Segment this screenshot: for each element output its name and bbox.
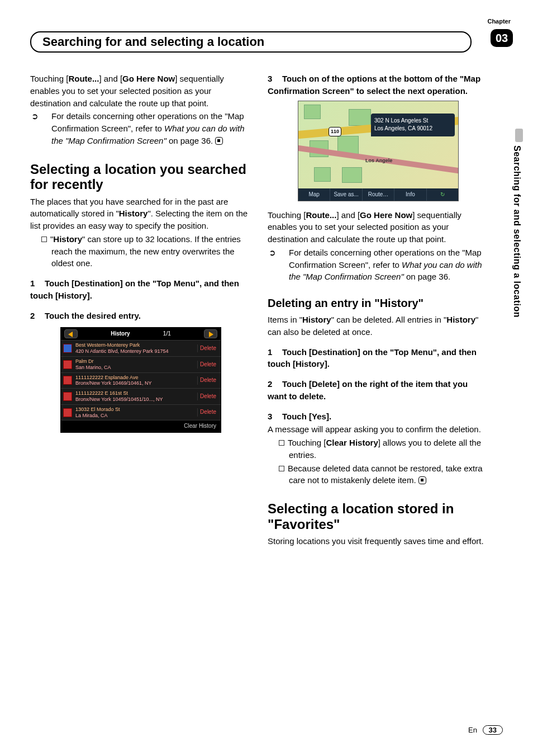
hotel-icon xyxy=(63,344,72,353)
history-description: The places that you have searched for in… xyxy=(30,196,251,232)
delete-button[interactable]: Delete xyxy=(197,376,218,385)
route-shield: 110 xyxy=(329,127,341,136)
history-row[interactable]: 1111122222 Esplanade AveBronx/New York 1… xyxy=(61,372,221,389)
left-column: Touching [Route...] and [Go Here Now] se… xyxy=(30,73,251,549)
flag-icon xyxy=(63,360,72,369)
favorites-description: Storing locations you visit frequently s… xyxy=(268,535,488,547)
map-btn-info[interactable]: Info xyxy=(394,188,426,201)
map-btn-saveas[interactable]: Save as... xyxy=(330,188,362,201)
city-label: Los Angele xyxy=(365,157,392,164)
note-box-icon xyxy=(279,466,284,471)
side-tab: Searching for and selecting a location xyxy=(512,129,526,486)
page-title: Searching for and selecting a location xyxy=(42,35,459,49)
delete-button[interactable]: Delete xyxy=(197,408,218,417)
delete-button[interactable]: Delete xyxy=(197,393,218,401)
section-heading-favorites: Selecting a location stored in "Favorite… xyxy=(268,501,488,532)
map-btn-map[interactable]: Map xyxy=(298,188,330,201)
history-row-text: 1111122222 Esplanade AveBronx/New York 1… xyxy=(75,375,197,387)
history-note: "History" can store up to 32 locations. … xyxy=(30,233,251,270)
flag-icon xyxy=(63,392,72,401)
history-screenshot: History 1/1 Best Western-Monterey Park42… xyxy=(60,327,221,432)
arrow-icon: ➲ xyxy=(279,247,289,259)
history-row-text: 13032 El Morado StLa Mirada, CA xyxy=(75,407,197,419)
delete-button[interactable]: Delete xyxy=(197,361,218,369)
flag-icon xyxy=(63,408,72,417)
delete-button[interactable]: Delete xyxy=(197,344,218,353)
forward-button[interactable] xyxy=(204,329,217,338)
subsection-deleting: Deleting an entry in "History" xyxy=(268,295,488,311)
map-bottom-bar: Map Save as... Route… Info ↻ xyxy=(298,188,458,201)
side-tab-text: Searching for and selecting a location xyxy=(512,145,522,318)
arrow-icon: ➲ xyxy=(41,110,51,122)
clear-history-note: Touching [Clear History] allows you to d… xyxy=(268,437,488,461)
history-row[interactable]: Best Western-Monterey Park420 N Atlantic… xyxy=(61,340,221,356)
history-row-text: Best Western-Monterey Park420 N Atlantic… xyxy=(75,342,197,355)
map-btn-refresh[interactable]: ↻ xyxy=(427,188,458,201)
map-block xyxy=(342,167,362,183)
intro-paragraph: Touching [Route...] and [Go Here Now] se… xyxy=(30,73,251,109)
history-row[interactable]: Palm DrSan Marino, CADelete xyxy=(61,356,221,372)
section-heading-history: Selecting a location you searched for re… xyxy=(30,162,251,192)
side-tab-marker xyxy=(515,129,523,142)
map-block xyxy=(304,105,321,119)
delete-step-1: 1Touch [Destination] on the "Top Menu", … xyxy=(268,346,488,371)
xref-bullet: ➲For details concerning other operations… xyxy=(30,110,251,147)
stop-icon xyxy=(215,137,223,145)
deleting-description: Items in "History" can be deleted. All e… xyxy=(268,314,488,338)
xref-bullet-right: ➲For details concerning other operations… xyxy=(268,247,488,283)
map-block xyxy=(314,167,331,182)
history-row-text: 1111122222 E 161st StBronx/New York 1045… xyxy=(75,390,197,403)
header-bar: Searching for and selecting a location xyxy=(30,31,472,53)
map-confirmation-screenshot: 110 Los Angele 302 N Los Angeles St Los … xyxy=(298,101,459,201)
note-box-icon xyxy=(279,440,284,446)
step-3: 3Touch on of the options at the bottom o… xyxy=(268,73,488,97)
address-bubble: 302 N Los Angeles St Los Angeles, CA 900… xyxy=(371,114,455,136)
history-row[interactable]: 13032 El Morado StLa Mirada, CADelete xyxy=(61,404,221,420)
map-block xyxy=(349,109,371,126)
footer-lang: En xyxy=(468,726,477,734)
delete-confirm-text: A message will appear asking you to conf… xyxy=(268,423,488,436)
delete-step-2: 2Touch [Delete] on the right of the item… xyxy=(268,378,488,403)
step-1: 1Touch [Destination] on the "Top Menu", … xyxy=(30,277,251,302)
flag-icon xyxy=(63,376,72,385)
intro-paragraph-right: Touching [Route...] and [Go Here Now] se… xyxy=(268,209,488,245)
ss-title: History xyxy=(111,330,130,338)
history-row-text: Palm DrSan Marino, CA xyxy=(75,358,197,371)
clear-history-button[interactable]: Clear History xyxy=(61,420,221,432)
ss-page: 1/1 xyxy=(163,330,171,338)
back-button[interactable] xyxy=(64,329,78,338)
chapter-label: Chapter xyxy=(487,18,511,25)
chapter-number: 03 xyxy=(491,29,513,47)
delete-caution-note: Because deleted data cannot be restored,… xyxy=(268,462,488,487)
stop-icon xyxy=(418,476,426,484)
history-row[interactable]: 1111122222 E 161st StBronx/New York 1045… xyxy=(61,388,221,404)
page-footer: En 33 xyxy=(468,725,503,735)
delete-step-3: 3Touch [Yes]. xyxy=(268,410,488,423)
note-box-icon xyxy=(41,237,47,242)
right-column: 3Touch on of the options at the bottom o… xyxy=(268,73,488,549)
step-2: 2Touch the desired entry. xyxy=(30,310,251,322)
page-number: 33 xyxy=(483,725,503,735)
map-btn-route[interactable]: Route… xyxy=(363,188,394,201)
